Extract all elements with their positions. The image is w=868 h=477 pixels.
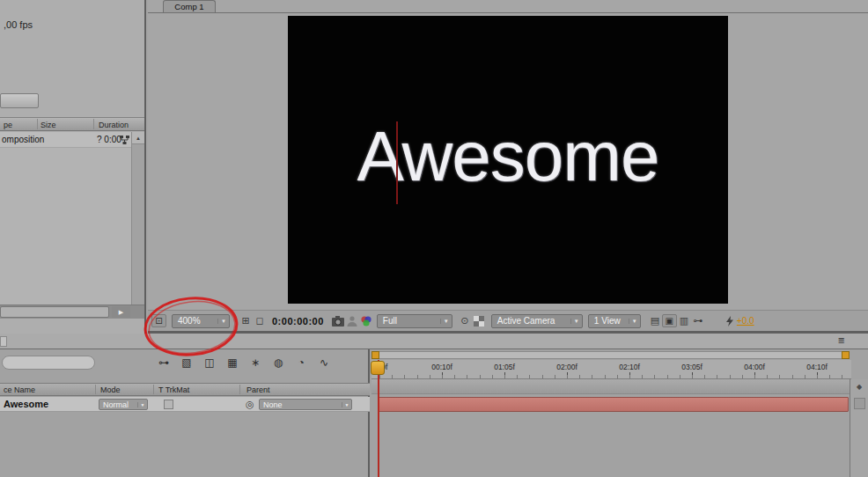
blend-mode-value: Normal <box>99 400 137 409</box>
graph-editor-icon[interactable]: ∿ <box>317 355 331 371</box>
ruler-label: 02:00f <box>556 363 577 371</box>
mask-visibility-icon[interactable]: ◻ <box>253 314 267 328</box>
grid-guides-icon[interactable]: ▤ <box>648 314 662 328</box>
current-time-indicator-line[interactable] <box>378 360 379 477</box>
tab-strip-divider <box>148 12 868 13</box>
tab-comp1[interactable]: Comp 1 <box>163 0 216 12</box>
project-column-header: pe Size Duration <box>0 117 144 131</box>
timeline-vertical-scrollbar[interactable] <box>854 398 865 409</box>
chevron-down-icon: ▼ <box>137 402 147 407</box>
resolution-value: Full <box>378 316 440 326</box>
motion-blur-icon[interactable]: ∗ <box>248 355 262 371</box>
column-trkmat[interactable]: T TrkMat <box>158 385 189 394</box>
column-divider <box>239 385 240 394</box>
snapshot-icon[interactable] <box>331 314 345 328</box>
ruler-label: 01:05f <box>494 363 515 371</box>
time-navigator-bar[interactable] <box>371 351 850 359</box>
safe-zones-icon[interactable]: ⊞ <box>239 314 253 328</box>
project-fps-label: ,00 fps <box>4 19 33 30</box>
comp-network-icon <box>119 135 130 146</box>
composition-panel: Comp 1 Awesome ⊡ 400% ▼ ⊞ ◻ 0:00:00:00 <box>148 0 868 334</box>
magnification-value: 400% <box>173 316 217 326</box>
region-of-interest-icon[interactable]: ⊙ <box>458 314 472 328</box>
gutter-handle[interactable] <box>0 336 7 347</box>
viewer-toolbar: ⊡ 400% ▼ ⊞ ◻ 0:00:00:00 <box>148 310 868 331</box>
chevron-down-icon: ▼ <box>440 319 452 324</box>
comp-marker-icon[interactable]: ◆ <box>850 383 868 391</box>
panel-gutter: ≣ <box>0 334 868 349</box>
work-area-end-handle[interactable] <box>842 351 850 359</box>
timeline-ruler[interactable]: 0:00f00:10f01:05f02:00f02:10f03:05f04:00… <box>371 360 851 379</box>
comp-text-awesome[interactable]: Awesome <box>288 116 728 197</box>
current-time-indicator-head[interactable] <box>371 361 385 375</box>
channels-icon[interactable] <box>359 314 373 328</box>
project-horizontal-scrollbar[interactable]: ▶ <box>0 305 144 319</box>
chevron-down-icon: ▼ <box>217 319 229 324</box>
project-item-name: omposition <box>2 135 44 144</box>
transparency-grid-icon[interactable] <box>472 314 486 328</box>
ruler-label: 04:00f <box>744 363 765 371</box>
panel-menu-icon[interactable]: ≣ <box>838 335 845 345</box>
column-size[interactable]: Size <box>40 121 56 129</box>
resolution-select[interactable]: Full ▼ <box>377 314 452 328</box>
view-layout-select[interactable]: 1 View ▼ <box>588 314 641 328</box>
project-panel: ,00 fps pe Size Duration omposition ? 0:… <box>0 0 146 334</box>
ruler-label: 04:10f <box>806 363 828 371</box>
show-snapshot-icon[interactable] <box>345 314 359 328</box>
fast-previews-icon[interactable]: ▣ <box>662 314 677 327</box>
parent-pickwhip-icon[interactable]: ◎ <box>246 399 254 410</box>
timeline-icon[interactable]: ▥ <box>677 314 691 328</box>
blend-mode-select[interactable]: Normal ▼ <box>99 399 148 410</box>
roi-icon[interactable]: ⊡ <box>151 314 166 327</box>
column-type[interactable]: pe <box>4 121 12 129</box>
project-item-duration: ? 0:00 <box>97 135 121 144</box>
mini-flowchart-icon[interactable]: ⊶ <box>157 355 171 371</box>
column-duration[interactable]: Duration <box>99 121 129 129</box>
timeline-right-column: ◆ <box>850 379 868 477</box>
scroll-up-icon[interactable]: ▲ <box>132 132 144 144</box>
timeline-column-header: ce Name Mode T TrkMat Parent <box>0 383 370 396</box>
column-source-name[interactable]: ce Name <box>4 385 35 394</box>
timeline-search-input[interactable] <box>2 356 95 370</box>
work-area-start-handle[interactable] <box>371 351 379 359</box>
draft-3d-icon[interactable]: ▧ <box>180 355 194 371</box>
timeline-graph-area: 0:00f00:10f01:05f02:00f02:10f03:05f04:00… <box>371 349 868 477</box>
column-divider <box>153 385 154 394</box>
chevron-down-icon: ▼ <box>629 319 640 324</box>
scrollbar-thumb[interactable] <box>0 306 109 318</box>
camera-value: Active Camera <box>492 316 570 326</box>
project-button[interactable] <box>0 93 39 108</box>
reset-exposure-icon[interactable] <box>723 314 737 328</box>
project-row-composition[interactable]: omposition ? 0:00 <box>0 132 131 148</box>
chevron-down-icon: ▼ <box>570 319 582 324</box>
camera-select[interactable]: Active Camera ▼ <box>491 314 583 328</box>
chevron-down-icon: ▼ <box>342 402 351 407</box>
column-divider <box>37 119 38 129</box>
auto-keyframe-icon[interactable]: ◔ <box>294 355 308 371</box>
column-divider <box>93 119 94 129</box>
parent-value: None <box>260 400 342 409</box>
composition-viewport[interactable]: Awesome <box>288 16 728 304</box>
view-layout-value: 1 View <box>589 316 629 326</box>
ruler-label: 03:05f <box>681 363 702 371</box>
column-mode[interactable]: Mode <box>100 385 121 394</box>
timeline-toggle-icons: ⊶ ▧ ◫ ▦ ∗ ◍ ◔ ∿ <box>157 355 331 371</box>
project-vertical-scrollbar[interactable]: ▲ <box>131 132 144 305</box>
parent-select[interactable]: None ▼ <box>259 399 352 410</box>
column-divider <box>95 385 96 394</box>
brainstorm-icon[interactable]: ◍ <box>271 355 285 371</box>
layer-name[interactable]: Awesome <box>4 399 48 409</box>
layer-row-awesome[interactable]: Awesome Normal ▼ ◎ None ▼ <box>0 397 370 412</box>
timeline-panel: ⊶ ▧ ◫ ▦ ∗ ◍ ◔ ∿ ce Name Mode T TrkMat Pa… <box>0 349 868 477</box>
scroll-right-icon[interactable]: ▶ <box>112 306 130 318</box>
column-parent[interactable]: Parent <box>246 385 270 394</box>
magnification-select[interactable]: 400% ▼ <box>172 314 230 328</box>
timeline-header-strip <box>371 379 850 394</box>
exposure-value[interactable]: +0.0 <box>737 316 754 326</box>
hide-shy-icon[interactable]: ◫ <box>202 355 217 371</box>
timecode-display[interactable]: 0:00:00:00 <box>272 316 324 327</box>
flowchart-icon[interactable]: ⊶ <box>691 314 705 328</box>
trkmat-checkbox[interactable] <box>164 400 173 409</box>
frame-blend-icon[interactable]: ▦ <box>225 355 239 371</box>
layer-duration-bar[interactable] <box>379 397 849 412</box>
